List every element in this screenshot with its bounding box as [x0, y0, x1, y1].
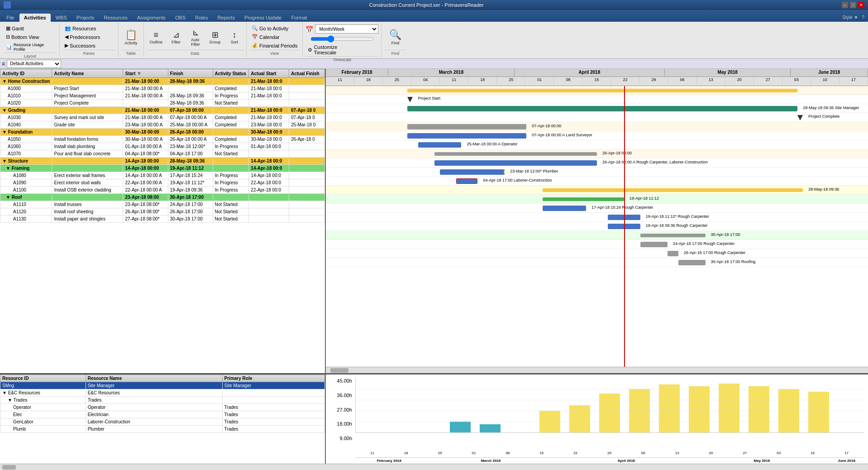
- resource-group-enc[interactable]: ▼ E&C ResourcesE&C Resources: [0, 389, 325, 397]
- tab-reports[interactable]: Reports: [213, 14, 239, 22]
- table-row[interactable]: A1080Erect exterior wall frames14-Apr-18…: [0, 172, 325, 179]
- gantt-bar-a1110: [640, 242, 668, 247]
- outline-btn[interactable]: ≡ Outline: [147, 24, 166, 50]
- gantt-hscroll[interactable]: [326, 367, 868, 373]
- successors-icon: ▶: [65, 43, 68, 48]
- successors-btn[interactable]: ▶ Successors: [62, 42, 115, 49]
- customize-timescale-btn[interactable]: ⚙ CustomizeTimescale: [305, 43, 378, 56]
- split-view: Activity ID Activity Name Start ▼ Finish…: [0, 69, 868, 373]
- activity-btn[interactable]: 📋 Activity: [121, 24, 141, 50]
- tab-file[interactable]: File: [2, 14, 19, 22]
- close-btn[interactable]: ✕: [858, 2, 864, 8]
- table-row[interactable]: A1050Install fondation forms30-Mar-18 00…: [0, 136, 325, 143]
- x-label: 27: [728, 451, 762, 455]
- tab-obs[interactable]: OBS: [171, 14, 190, 22]
- go-to-activity-btn[interactable]: 🔍 Go to Activity: [249, 24, 300, 32]
- table-row[interactable]: A1020Project Complete28-May-18 09:36Not …: [0, 100, 325, 107]
- x-label: 18: [389, 451, 423, 455]
- gantt-week: 27: [754, 77, 782, 85]
- x-label: 20: [694, 451, 728, 455]
- gantt-week: 11: [326, 77, 354, 85]
- resource-row-selected[interactable]: SMngSite ManagerSite Manager: [0, 382, 325, 389]
- find-btn[interactable]: 🔍 Find: [386, 24, 405, 50]
- tab-roles[interactable]: Roles: [191, 14, 212, 22]
- layout-group: ▦ Gantt ⊟ Bottom View 📊 Resource Usage P…: [1, 23, 60, 58]
- resource-row[interactable]: PlumbPlumberTrades: [0, 426, 325, 433]
- resource-group-trades[interactable]: ▼ TradesTrades: [0, 397, 325, 404]
- resource-row[interactable]: OperatorOperatorTrades: [0, 404, 325, 411]
- table-row[interactable]: A1060Install slab plumbing01-Apr-18 00:0…: [0, 143, 325, 150]
- x-label: 22: [558, 451, 592, 455]
- tab-progress-update[interactable]: Progress Update: [240, 14, 286, 22]
- sort-btn[interactable]: ↕ Sort: [225, 24, 243, 50]
- predecessors-btn[interactable]: ◀ Predecessors: [62, 33, 115, 41]
- gantt-week: 25: [383, 77, 411, 85]
- help-btn[interactable]: ?: [860, 13, 866, 22]
- timescale-slider[interactable]: [310, 36, 374, 42]
- group-roof[interactable]: ▼ Roof 23-Apr-18 08:00 30-Apr-18 17:00: [0, 194, 325, 201]
- bottom-view-btn[interactable]: ⊟ Bottom View: [4, 33, 57, 41]
- financial-periods-btn[interactable]: 💰 Financial Periods: [249, 42, 300, 49]
- timescale-group: 📅 Month/Week ⚙ CustomizeTimescale Timesc…: [303, 23, 382, 58]
- chart-month-label: April 2018: [558, 459, 694, 463]
- gantt-row-a1010: 28-May-18 09:36 Site Manager: [326, 104, 868, 113]
- timescale-dropdown[interactable]: Month/Week: [315, 24, 378, 34]
- resources-btn[interactable]: 👥 Resources: [62, 24, 115, 32]
- gantt-row-foundation: 26-Apr-18 00:00: [326, 149, 868, 158]
- table-row[interactable]: A1000Project Start21-Mar-18 00:00 ACompl…: [0, 85, 325, 92]
- tab-resources[interactable]: Resources: [99, 14, 132, 22]
- data-group: ≡ Outline ⊿ Filter ⊾ AutoFilter ⊞ Group …: [144, 23, 247, 58]
- table-row[interactable]: A1120Install roof sheeting26-Apr-18 08:0…: [0, 208, 325, 216]
- calendar-btn[interactable]: 📅 Calendar: [249, 33, 300, 41]
- x-label: 17: [830, 451, 863, 455]
- filter-btn[interactable]: ⊿ Filter: [167, 24, 185, 50]
- activity-table: Activity ID Activity Name Start ▼ Finish…: [0, 69, 325, 373]
- minimize-btn[interactable]: ─: [842, 2, 848, 8]
- col-primary-role: Primary Role: [222, 375, 324, 382]
- maximize-btn[interactable]: □: [850, 2, 856, 8]
- bottom-hscroll-thumb[interactable]: [2, 465, 16, 470]
- table-row[interactable]: A1130Install paper and shingles27-Apr-18…: [0, 216, 325, 223]
- group-home-construction[interactable]: ▼ Home Construction 21-Mar-18 00:00 28-M…: [0, 78, 325, 85]
- bottom-hscroll[interactable]: [0, 464, 868, 470]
- auto-filter-btn[interactable]: ⊾ AutoFilter: [186, 24, 205, 50]
- table-row[interactable]: A1110Install trusses23-Apr-18 08:00*24-A…: [0, 201, 325, 208]
- gantt-hscroll-thumb[interactable]: [330, 368, 348, 373]
- table-row[interactable]: A1070Pour and float slab concrete04-Apr-…: [0, 150, 325, 158]
- group-framing[interactable]: ▼ Framing 14-Apr-18 00:00 19-Apr-18 11:1…: [0, 165, 325, 172]
- filter-label: Filter: [172, 40, 181, 44]
- activities-filter-dropdown[interactable]: Default Activities: [7, 60, 61, 68]
- customize-timescale-label: CustomizeTimescale: [314, 44, 337, 55]
- group-btn[interactable]: ⊞ Group: [206, 24, 224, 50]
- gantt-month-apr: April 2018: [515, 69, 665, 77]
- table-row[interactable]: A1040Grade site23-Mar-18 00:00 A25-Mar-1…: [0, 121, 325, 129]
- table-row[interactable]: A1030Survey and mark out site21-Mar-18 0…: [0, 114, 325, 121]
- chart-bar-yellow: [599, 393, 620, 432]
- group-foundation[interactable]: ▼ Foundation 30-Mar-18 00:00 26-Apr-18 0…: [0, 129, 325, 136]
- gantt-month-may: May 2018: [665, 69, 791, 77]
- group-grading[interactable]: ▼ Grading 21-Mar-18 00:00 07-Apr-18 00:0…: [0, 107, 325, 114]
- gantt-label-a1040: 25-Mar-18 00:00 A Operator: [467, 142, 517, 146]
- gantt-week: 01: [525, 77, 554, 85]
- tab-format[interactable]: Format: [286, 14, 311, 22]
- tab-projects[interactable]: Projects: [72, 14, 99, 22]
- resource-row[interactable]: ElecElectricianTrades: [0, 411, 325, 418]
- resource-usage-profile-btn[interactable]: 📊 Resource Usage Profile: [4, 42, 57, 53]
- gantt-bar-foundation: [434, 152, 597, 156]
- x-label: 11: [355, 451, 389, 455]
- x-label: 08: [491, 451, 525, 455]
- table-row[interactable]: A1090Erect interior stud walls22-Apr-18 …: [0, 179, 325, 187]
- group-structure[interactable]: ▼ Structure 14-Apr-18 00:00 28-May-18 09…: [0, 158, 325, 165]
- gantt-panel: February 2018 March 2018 April 2018 May …: [326, 69, 868, 373]
- resource-row[interactable]: GenLaborLaborer-ConstructionTrades: [0, 418, 325, 426]
- table-row[interactable]: A1010Project Management21-Mar-18 00:00 A…: [0, 92, 325, 100]
- gantt-label-roof: 30-Apr-18 17:00: [711, 232, 740, 237]
- tab-assignments[interactable]: Assignments: [133, 14, 170, 22]
- gantt-btn[interactable]: ▦ Gantt: [4, 24, 57, 32]
- go-to-activity-label: Go to Activity: [259, 26, 288, 31]
- table-row[interactable]: A1100Install OSB exterior cladding22-Apr…: [0, 187, 325, 194]
- tab-wbs[interactable]: WBS: [51, 14, 72, 22]
- tab-activities[interactable]: Activities: [19, 14, 51, 22]
- gantt-bar-framing: [543, 197, 624, 201]
- gantt-label-a1030: 07-Apr-18 00:00 A Land Surveyor: [532, 133, 592, 137]
